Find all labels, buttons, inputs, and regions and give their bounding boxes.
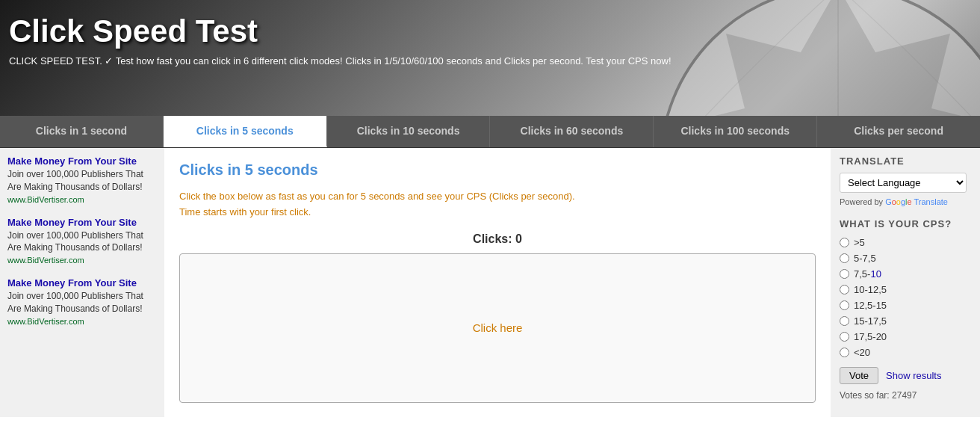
translate-heading: TRANSLATE (840, 155, 971, 167)
cps-label-12.5-15: 12,5-15 (854, 300, 887, 311)
cps-option-15-17.5: 15-17,5 (840, 315, 971, 327)
cps-label-7.5-10: 7,5-10 (854, 268, 881, 280)
votes-so-far: Votes so far: 27497 (840, 390, 971, 401)
ad-site-2: www.BidVertiser.com (7, 256, 84, 265)
ad-block-1: Make Money From Your Site Join over 100,… (7, 155, 157, 205)
cps-radio-5-7.5[interactable] (840, 253, 849, 263)
tab-10s[interactable]: Clicks in 10 seconds (327, 116, 491, 147)
ad-site-3: www.BidVertiser.com (7, 317, 84, 326)
main-layout: Make Money From Your Site Join over 100,… (0, 148, 980, 417)
vote-row: Vote Show results (840, 367, 971, 384)
main-content: Clicks in 5 seconds Click the box below … (164, 148, 831, 417)
cps-option-10-12.5: 10-12,5 (840, 284, 971, 295)
tab-bar: Clicks in 1 second Clicks in 5 seconds C… (0, 116, 980, 148)
ad-body-3: Join over 100,000 Publishers That Are Ma… (7, 290, 157, 315)
cps-label-lt20: <20 (854, 347, 870, 358)
tab-5s[interactable]: Clicks in 5 seconds (164, 116, 327, 147)
click-box[interactable]: Click here (179, 253, 816, 403)
cps-label-15-17.5: 15-17,5 (854, 315, 887, 327)
ad-block-3: Make Money From Your Site Join over 100,… (7, 277, 157, 327)
click-count-display: Clicks: 0 (179, 232, 816, 246)
cps-radio-17.5-20[interactable] (840, 332, 849, 342)
cps-radio-12.5-15[interactable] (840, 300, 849, 310)
cps-radio-15-17.5[interactable] (840, 316, 849, 326)
cps-option-7.5-10: 7,5-10 (840, 268, 971, 280)
right-sidebar: TRANSLATE Select Language English Spanis… (831, 148, 980, 417)
cps-label-10-blue: 10 (870, 268, 881, 280)
click-here-label: Click here (473, 321, 523, 334)
tab-1s[interactable]: Clicks in 1 second (0, 116, 164, 147)
cps-poll-heading: WHAT IS YOUR CPS? (840, 218, 971, 229)
tab-60s[interactable]: Clicks in 60 seconds (490, 116, 654, 147)
cps-option-5-7.5: 5-7,5 (840, 253, 971, 264)
header: Click Speed Test CLICK SPEED TEST. ✓ Tes… (0, 0, 980, 116)
translate-word: Translate (912, 197, 948, 206)
cps-label-5-7.5: 5-7,5 (854, 253, 876, 264)
cps-label-10-12.5: 10-12,5 (854, 284, 887, 295)
ad-site-1: www.BidVertiser.com (7, 195, 84, 204)
left-sidebar: Make Money From Your Site Join over 100,… (0, 148, 164, 417)
description-line-2: Time starts with your first click. (179, 206, 311, 218)
ad-body-1: Join over 100,000 Publishers That Are Ma… (7, 168, 157, 194)
tab-cps[interactable]: Clicks per second (817, 116, 980, 147)
cps-label-17.5-20: 17,5-20 (854, 331, 887, 342)
ad-link-3[interactable]: Make Money From Your Site (7, 277, 157, 289)
ad-link-1[interactable]: Make Money From Your Site (7, 155, 157, 167)
cps-label-gt5: >5 (854, 237, 865, 248)
ad-body-2: Join over 100,000 Publishers That Are Ma… (7, 229, 157, 255)
content-heading: Clicks in 5 seconds (179, 161, 816, 179)
translate-section: TRANSLATE Select Language English Spanis… (840, 155, 971, 206)
ad-block-2: Make Money From Your Site Join over 100,… (7, 217, 157, 266)
cps-option-17.5-20: 17,5-20 (840, 331, 971, 342)
cps-option-lt20: <20 (840, 347, 971, 358)
google-g-letter: G (885, 197, 892, 206)
content-description: Click the box below as fast as you can f… (179, 189, 816, 220)
cps-radio-10-12.5[interactable] (840, 285, 849, 294)
cps-poll-section: WHAT IS YOUR CPS? >5 5-7,5 7,5-10 10-12,… (840, 218, 971, 401)
show-results-link[interactable]: Show results (886, 370, 941, 381)
cps-radio-gt5[interactable] (840, 238, 849, 247)
page-title: Click Speed Test (9, 13, 971, 49)
description-line-1: Click the box below as fast as you can f… (179, 191, 575, 202)
ad-link-2[interactable]: Make Money From Your Site (7, 217, 157, 228)
cps-option-gt5: >5 (840, 237, 971, 248)
powered-by: Powered by Google Translate (840, 197, 971, 206)
cps-option-12.5-15: 12,5-15 (840, 300, 971, 311)
powered-by-prefix: Powered by (840, 197, 885, 206)
cps-radio-7.5-10[interactable] (840, 269, 849, 279)
language-select[interactable]: Select Language English Spanish French G… (840, 173, 967, 193)
cps-radio-lt20[interactable] (840, 348, 849, 357)
header-subtitle: CLICK SPEED TEST. ✓ Test how fast you ca… (9, 55, 971, 67)
tab-100s[interactable]: Clicks in 100 seconds (654, 116, 817, 147)
vote-button[interactable]: Vote (840, 367, 878, 384)
